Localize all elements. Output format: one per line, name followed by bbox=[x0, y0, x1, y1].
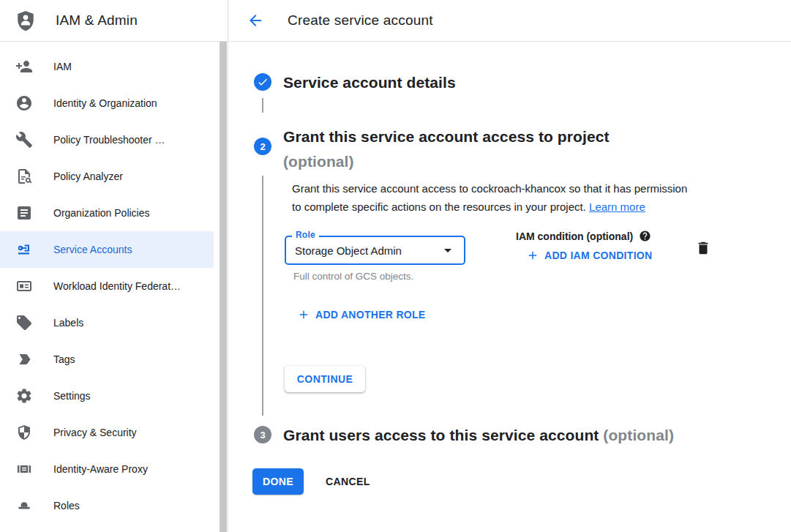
add-iam-condition-button[interactable]: ADD IAM CONDITION bbox=[526, 249, 652, 262]
page-header: Create service account bbox=[228, 0, 791, 41]
continue-button[interactable]: CONTINUE bbox=[285, 366, 365, 392]
step3-number-badge: 3 bbox=[254, 426, 271, 443]
sidebar-item-tags[interactable]: Tags bbox=[0, 341, 214, 378]
trash-icon bbox=[695, 240, 711, 256]
sidebar-item-label: Privacy & Security bbox=[53, 427, 137, 438]
chevron-down-icon bbox=[439, 241, 457, 259]
proxy-icon bbox=[15, 460, 33, 478]
step2-title-text: Grant this service account access to pro… bbox=[283, 128, 610, 145]
step1-complete-check-icon[interactable] bbox=[254, 73, 271, 91]
delete-role-button[interactable] bbox=[694, 239, 713, 258]
sidebar-divider bbox=[228, 0, 228, 532]
hat-icon bbox=[15, 497, 33, 514]
sidebar-item-roles[interactable]: Roles bbox=[0, 487, 214, 524]
cancel-button[interactable]: CANCEL bbox=[314, 468, 382, 495]
step1-title[interactable]: Service account details bbox=[283, 74, 456, 91]
back-arrow-icon[interactable] bbox=[247, 12, 264, 29]
role-select[interactable]: Storage Object Admin bbox=[285, 236, 465, 265]
step3-title-text: Grant users access to this service accou… bbox=[283, 427, 599, 443]
step2-title: Grant this service account access to pro… bbox=[283, 124, 610, 174]
sidebar-item-label: Settings bbox=[53, 390, 91, 402]
sidebar-item-label: Organization Policies bbox=[53, 207, 150, 219]
workload-identity-icon bbox=[15, 277, 33, 295]
sidebar-item-organization-policies[interactable]: Organization Policies bbox=[0, 195, 214, 231]
sidebar-item-label: IAM bbox=[53, 61, 72, 72]
step3-title[interactable]: Grant users access to this service accou… bbox=[283, 427, 674, 444]
learn-more-link[interactable]: Learn more bbox=[589, 201, 645, 213]
iam-condition-header: IAM condition (optional) bbox=[516, 230, 651, 242]
step2-number-badge: 2 bbox=[254, 138, 271, 155]
plus-icon bbox=[297, 308, 310, 321]
sidebar-item-label: Identity & Organization bbox=[53, 97, 157, 109]
sidebar-item-label: Identity-Aware Proxy bbox=[53, 463, 148, 475]
sidebar-item-privacy-security[interactable]: Privacy & Security bbox=[0, 414, 214, 451]
app-title: IAM & Admin bbox=[56, 12, 138, 29]
org-policies-icon bbox=[15, 204, 33, 222]
sidebar-item-label: Labels bbox=[53, 317, 83, 329]
main-content: Service account details 2 Grant this ser… bbox=[228, 41, 791, 532]
sidebar-item-label: Tags bbox=[53, 353, 75, 365]
tag-icon bbox=[15, 351, 33, 368]
sidebar-item-settings[interactable]: Settings bbox=[0, 378, 214, 414]
product-header: IAM & Admin bbox=[0, 0, 228, 41]
add-another-role-button[interactable]: ADD ANOTHER ROLE bbox=[297, 308, 426, 321]
plus-icon bbox=[526, 249, 539, 262]
sidebar-item-label: Service Accounts bbox=[53, 244, 132, 255]
iam-condition-label: IAM condition (optional) bbox=[516, 231, 633, 242]
service-accounts-icon bbox=[15, 241, 33, 258]
help-icon[interactable] bbox=[639, 230, 651, 242]
sidebar-item-policy-analyzer[interactable]: Policy Analyzer bbox=[0, 158, 214, 195]
wrench-icon bbox=[15, 131, 33, 149]
sidebar-item-policy-troubleshooter[interactable]: Policy Troubleshooter … bbox=[0, 121, 214, 158]
label-icon bbox=[15, 314, 33, 331]
header-divider bbox=[0, 41, 791, 42]
sidebar-item-label: Policy Analyzer bbox=[53, 171, 123, 182]
role-field-label: Role bbox=[292, 230, 319, 240]
sidebar-item-identity-organization[interactable]: Identity & Organization bbox=[0, 85, 214, 121]
step-connector bbox=[262, 176, 263, 416]
sidebar-scrollbar[interactable] bbox=[220, 42, 227, 532]
step3-optional-label: (optional) bbox=[603, 427, 674, 443]
identity-person-icon bbox=[15, 94, 33, 112]
person-add-icon bbox=[15, 58, 33, 75]
sidebar-item-label: Policy Troubleshooter … bbox=[53, 134, 165, 146]
gear-icon bbox=[15, 387, 33, 405]
page-title: Create service account bbox=[288, 12, 433, 29]
role-selected-value: Storage Object Admin bbox=[295, 244, 402, 257]
sidebar-item-workload-identity-federation[interactable]: Workload Identity Federat… bbox=[0, 268, 214, 304]
sidebar-item-label: Workload Identity Federat… bbox=[53, 280, 181, 292]
policy-analyzer-icon bbox=[15, 168, 33, 185]
step2-description: Grant this service account access to coc… bbox=[292, 179, 687, 216]
done-button[interactable]: DONE bbox=[252, 468, 304, 495]
step2-optional-label: (optional) bbox=[283, 153, 354, 170]
sidebar-item-service-accounts[interactable]: Service Accounts bbox=[0, 231, 214, 268]
sidebar-item-identity-aware-proxy[interactable]: Identity-Aware Proxy bbox=[0, 451, 214, 487]
role-helper-text: Full control of GCS objects. bbox=[293, 271, 413, 282]
iam-shield-logo-icon bbox=[15, 10, 37, 31]
step-connector bbox=[262, 98, 263, 113]
sidebar-item-iam[interactable]: IAM bbox=[0, 48, 214, 85]
sidebar-item-labels[interactable]: Labels bbox=[0, 304, 214, 341]
sidebar-nav: IAM Identity & Organization Policy Troub… bbox=[0, 42, 214, 532]
app-root: IAM & Admin Create service account IAM I… bbox=[0, 0, 791, 532]
shield-half-icon bbox=[15, 424, 33, 441]
sidebar-item-label: Roles bbox=[53, 500, 80, 512]
